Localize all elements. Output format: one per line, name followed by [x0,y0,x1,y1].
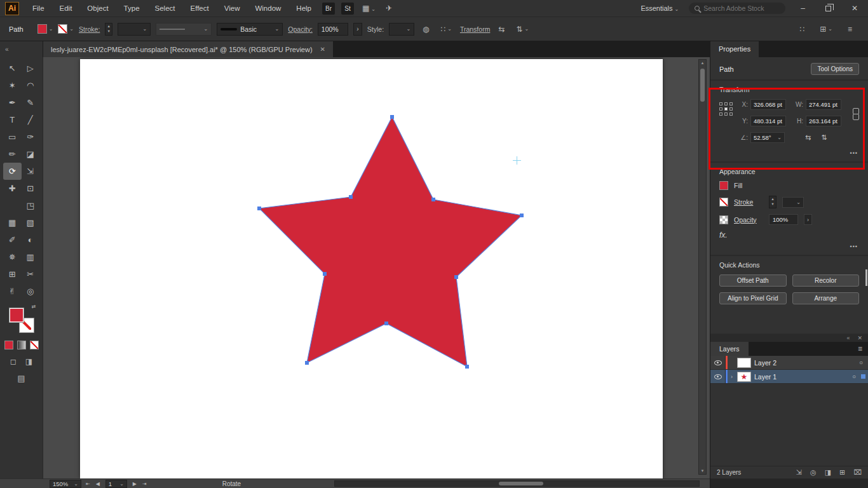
first-artboard-icon[interactable]: ⇤ [85,481,92,487]
layer-name[interactable]: Layer 2 [754,359,776,367]
layer-thumbnail[interactable] [737,358,751,368]
opacity-link[interactable]: Opacity [734,216,763,224]
transform-link[interactable]: Transform [460,25,490,33]
appearance-more-options[interactable]: ••• [719,242,859,251]
flip-vertical-icon[interactable]: ⇅ [821,133,827,142]
scroll-down-icon[interactable]: ▼ [699,469,706,473]
workspace-switcher[interactable]: Essentials⌄ [641,4,679,12]
symbol-sprayer-tool[interactable]: ✵ [3,248,22,266]
target-circle-icon[interactable]: ○ [852,373,861,380]
visibility-toggle[interactable] [710,370,726,383]
effects-button[interactable]: fx. [719,231,859,240]
tab-properties[interactable]: Properties [710,41,759,57]
make-clipping-mask-icon[interactable]: ◨ [825,468,831,477]
swap-fill-stroke-icon[interactable]: ⇄ [32,304,36,309]
slice-tool[interactable]: ✂ [22,266,40,283]
layers-panel-collapse-icon[interactable]: « [846,335,850,341]
curvature-tool[interactable]: ✎ [22,94,40,111]
column-graph-tool[interactable]: ▥ [22,248,40,266]
next-artboard-icon[interactable]: ▶ [132,481,138,487]
magic-wand-tool[interactable]: ✶ [3,77,22,94]
canvas-area[interactable]: ▲ ▼ [43,57,710,478]
last-artboard-icon[interactable]: ⇥ [141,481,148,487]
transform-more-options[interactable]: ••• [719,149,859,158]
color-button[interactable] [4,341,13,349]
locate-object-icon[interactable]: ◎ [810,468,817,477]
menu-window[interactable]: Window [248,0,288,17]
menu-select[interactable]: Select [148,0,182,17]
style-select[interactable]: ⌄ [389,23,414,36]
align-vertical-icon[interactable]: ⇅⌄ [513,25,532,34]
window-scroll-thumb[interactable] [865,269,867,286]
scroll-up-icon[interactable]: ▲ [699,61,706,65]
search-input[interactable] [703,4,780,12]
stroke-label[interactable]: Stroke: [79,25,100,33]
x-input[interactable]: 326.068 pt [750,99,786,110]
previous-artboard-icon[interactable]: ◀ [95,481,101,487]
menu-edit[interactable]: Edit [53,0,79,17]
opacity-value-select[interactable]: 100% [769,214,798,225]
constrain-proportions-icon[interactable] [852,108,859,120]
shape-builder-tool[interactable] [3,197,22,214]
toolbar-collapse-icon[interactable]: « [0,41,43,57]
brush-select[interactable]: Basic⌄ [217,23,283,36]
illustrator-logo[interactable]: Ai [5,2,19,15]
collect-for-export-icon[interactable]: ⇲ [796,468,802,477]
appearance-fill-swatch[interactable] [719,181,728,190]
draw-behind-icon[interactable]: ◨ [25,357,32,366]
blend-tool[interactable]: ◐ [22,231,40,248]
stock-search-box[interactable] [689,3,785,14]
width-profile-select[interactable]: ⌄ [156,23,212,36]
vertical-scroll-thumb[interactable] [700,69,705,102]
stepper-down-icon[interactable]: ▼ [771,202,774,207]
opacity-select[interactable]: 100% [318,23,348,36]
horizontal-scroll-thumb[interactable] [499,482,543,485]
zoom-tool[interactable]: ◎ [22,283,40,300]
stroke-weight-stepper-panel[interactable]: ▲▼ [769,196,776,208]
opacity-label[interactable]: Opacity: [288,25,313,33]
arrange-documents-icon[interactable]: ▦⌄ [358,4,380,13]
scale-tool[interactable]: ⇲ [22,163,40,180]
artboard[interactable] [80,59,663,478]
snap-options-icon[interactable]: ∷⌄ [438,25,455,34]
menu-view[interactable]: View [217,0,247,17]
layer-row-layer2[interactable]: Layer 2 ○ [710,356,868,370]
eraser-tool[interactable]: ◪ [22,146,40,163]
align-horizontal-icon[interactable]: ⇆ [495,25,508,34]
layer-row-layer1[interactable]: › ★ Layer 1 ○ [710,370,868,384]
shaper-tool[interactable]: ✏ [3,146,22,163]
direct-selection-tool[interactable]: ▷ [22,60,40,77]
bridge-button[interactable]: Br [322,3,335,15]
visibility-toggle[interactable] [710,356,726,369]
none-button[interactable] [30,341,39,349]
tab-layers[interactable]: Layers [710,342,749,356]
flip-horizontal-icon[interactable]: ⇆ [805,133,811,142]
document-tab[interactable]: lesly-juarez-EW2cPMEp0mI-unsplash [Recov… [43,41,334,57]
recolor-button[interactable]: Recolor [792,274,860,287]
opacity-arrow-button[interactable]: › [353,23,362,36]
free-transform-tool[interactable]: ⊡ [22,180,40,197]
stroke-weight-select[interactable]: ⌄ [118,23,151,36]
fill-color-well[interactable] [9,308,24,323]
minimize-button[interactable]: – [796,4,810,13]
tool-options-button[interactable]: Tool Options [811,63,859,75]
opacity-flyout-icon[interactable]: › [804,214,812,225]
layers-menu-icon[interactable]: ≡ [852,342,868,356]
gradient-button[interactable] [17,341,26,349]
eyedropper-tool[interactable]: ✐ [3,231,22,248]
stroke-link[interactable]: Stroke [734,198,763,206]
appearance-stroke-swatch[interactable] [719,198,728,207]
paintbrush-tool[interactable]: ✑ [22,128,40,146]
line-segment-tool[interactable]: ╱ [22,111,40,128]
hand-tool[interactable]: ✌ [3,283,22,300]
menu-help[interactable]: Help [289,0,318,17]
rotation-select[interactable]: 52.58°⌄ [750,132,785,143]
rotate-tool[interactable]: ⟳ [3,163,22,180]
width-tool[interactable]: ✚ [3,180,22,197]
mesh-tool[interactable]: ▦ [3,214,22,231]
selection-tool[interactable]: ↖ [3,60,22,77]
artboard-tool[interactable]: ⊞ [3,266,22,283]
globe-icon[interactable]: ◍ [419,25,432,34]
delete-selection-icon[interactable]: ⌧ [853,468,862,477]
screen-mode-icon[interactable]: ▤ [17,374,25,383]
